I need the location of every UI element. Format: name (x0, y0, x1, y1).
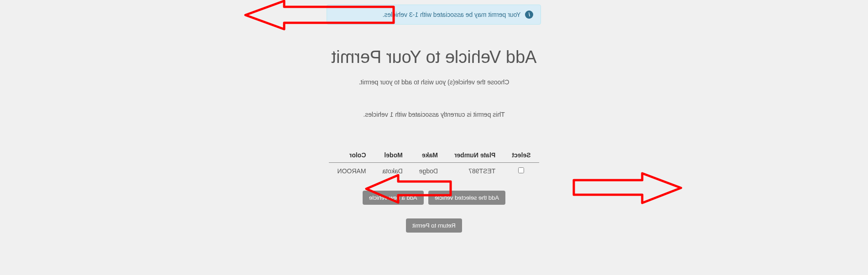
col-model: Model (374, 148, 411, 163)
col-make: Make (411, 148, 446, 163)
page-container: i Your permit may be associated with 1-3… (0, 0, 868, 233)
info-icon: i (525, 10, 534, 19)
permit-status-text: This permit is currently associated with… (0, 111, 868, 118)
cell-select (504, 163, 539, 180)
return-to-permit-button[interactable]: Return to Permit (406, 218, 462, 233)
cell-model: Dakota (374, 163, 411, 180)
cell-color: MAROON (329, 163, 374, 180)
page-subtitle: Choose the vehicle(s) you wish to add to… (0, 78, 868, 86)
page-title: Add Vehicle to Your Permit (0, 47, 868, 67)
col-plate: Plate Number (446, 148, 504, 163)
info-banner-text: Your permit may be associated with 1-3 v… (383, 11, 521, 18)
col-select: Select (504, 148, 539, 163)
info-banner: i Your permit may be associated with 1-3… (327, 5, 541, 25)
action-button-row: Add the selected vehicle Add a new vehic… (0, 191, 868, 205)
cell-plate: TEST987 (446, 163, 504, 180)
table-header-row: Select Plate Number Make Model Color (329, 148, 539, 163)
vehicle-select-checkbox[interactable] (518, 167, 524, 173)
return-button-row: Return to Permit (0, 218, 868, 233)
col-color: Color (329, 148, 374, 163)
add-new-vehicle-button[interactable]: Add a new vehicle (363, 191, 424, 205)
cell-make: Dodge (411, 163, 446, 180)
table-row: TEST987 Dodge Dakota MAROON (329, 163, 539, 180)
add-selected-vehicle-button[interactable]: Add the selected vehicle (428, 191, 505, 205)
vehicle-table: Select Plate Number Make Model Color TES… (329, 148, 539, 179)
